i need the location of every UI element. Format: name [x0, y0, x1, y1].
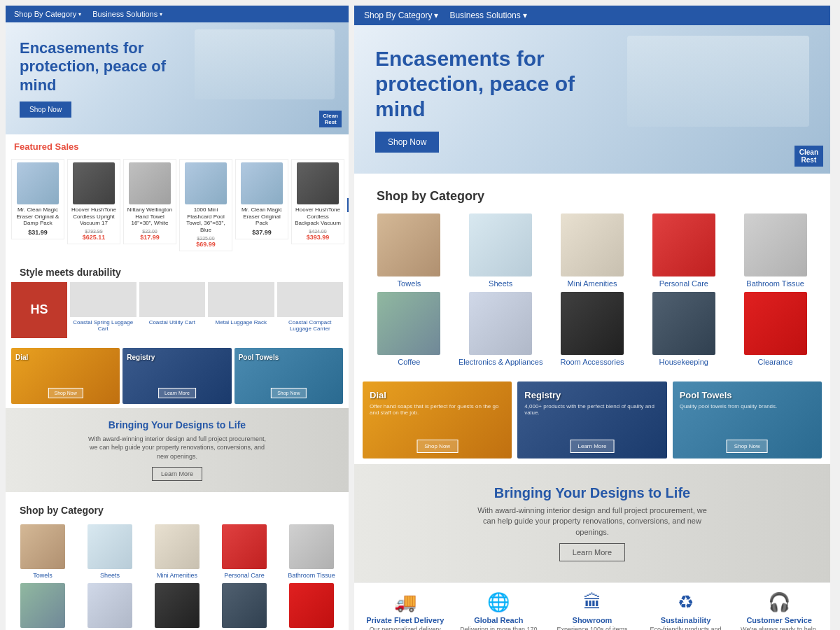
style-img-3 [277, 282, 344, 317]
cat-img-electronics [88, 583, 132, 628]
right-hero-shop-now-button[interactable]: Shop Now [375, 132, 439, 153]
cat-tissue-right[interactable]: Bathroom Tissue [732, 214, 819, 288]
business-solutions-nav[interactable]: Business Solutions ▾ [92, 10, 162, 18]
style-grid: HS Coastal Spring Luggage Cart Coastal U… [11, 282, 343, 338]
product-image-4 [241, 162, 283, 204]
category-grid-right: Towels Sheets Mini Amenities Personal Ca… [365, 209, 819, 370]
promo-towels-btn[interactable]: Shop Now [271, 388, 306, 398]
design-title-r: Bringing Your Designs to Life [368, 485, 816, 501]
business-solutions-label: Business Solutions [92, 10, 158, 18]
cat-personal-left[interactable]: Personal Care [213, 524, 276, 579]
product-card-4[interactable]: Mr. Clean Magic Eraser Original Pack $37… [235, 159, 288, 239]
design-section-right: Bringing Your Designs to Life With award… [354, 464, 830, 582]
cat-towels-left[interactable]: Towels [11, 524, 74, 579]
promo-registry-right: Registry 4,000+ products with the perfec… [517, 382, 666, 458]
product-card-5[interactable]: Hoover HushTone Cordless Backpack Vacuum… [291, 159, 344, 244]
cat-clearance-left[interactable]: Clearance [280, 583, 343, 630]
promo-dial-right: Dial Offer hand soaps that is perfect fo… [363, 382, 512, 458]
cat-img-clearance-r [744, 292, 807, 355]
cat-room-right[interactable]: Room Accessories [549, 292, 636, 366]
right-shop-by-category-nav[interactable]: Shop By Category ▾ [364, 10, 438, 20]
feature-showroom-desc: Experience 100s of items firsthand. [547, 626, 638, 630]
cat-sheets-right[interactable]: Sheets [457, 214, 545, 288]
promo-registry-title-r: Registry [517, 382, 666, 403]
product-price-3: $69.99 [183, 241, 229, 248]
featured-sales-scroll[interactable]: Mr. Clean Magic Eraser Original & Damp P… [6, 156, 349, 253]
shop-category-chevron-icon: ▾ [78, 11, 81, 18]
cat-towels-right[interactable]: Towels [365, 214, 453, 288]
promo-towels: Pool Towels Shop Now [234, 348, 343, 404]
cat-clearance-right[interactable]: Clearance [732, 292, 819, 366]
cat-img-coffee-r [377, 292, 440, 355]
cat-coffee-right[interactable]: Coffee [365, 292, 453, 366]
cat-img-housekeeping-r [652, 292, 715, 355]
cat-label-personal: Personal Care [213, 572, 276, 579]
style-item-0[interactable]: Coastal Spring Luggage Cart [70, 282, 136, 332]
category-title-left: Shop by Category [11, 498, 343, 520]
cat-room-left[interactable]: Room Accessories [146, 583, 209, 630]
cat-img-personal [222, 524, 267, 569]
cat-coffee-left[interactable]: Coffee [11, 583, 74, 630]
global-icon: 🌐 [454, 592, 545, 613]
promo-registry-btn[interactable]: Learn More [158, 388, 196, 398]
product-card-1[interactable]: Hoover HushTone Cordless Upright Vacuum … [67, 159, 120, 244]
cat-label-coffee-r: Coffee [365, 358, 453, 366]
hero-shop-now-button[interactable]: Shop Now [20, 102, 71, 118]
style-title: Style meets durability [11, 260, 343, 282]
promo-towels-title: Pool Towels [234, 348, 343, 363]
cat-electronics-left[interactable]: Electronics & Appliances [78, 583, 141, 630]
product-image-2 [129, 162, 171, 204]
cat-label-electronics-r: Electronics & Appliances [457, 358, 545, 366]
scroll-right-button[interactable]: › [347, 198, 349, 212]
product-card-2[interactable]: Nittany Wellington Hand Towel 16"×30", W… [123, 159, 176, 244]
showroom-icon: 🏛 [547, 592, 638, 613]
promo-dial-btn[interactable]: Shop Now [48, 388, 83, 398]
style-section: Style meets durability HS Coastal Spring… [6, 254, 349, 344]
right-hero-bed-image [627, 36, 809, 127]
right-panel: Shop By Category ▾ Business Solutions ▾ … [354, 6, 830, 630]
design-learn-more-btn-r[interactable]: Learn More [559, 543, 625, 561]
product-old-price-1: $793.99 [71, 229, 117, 234]
cat-personal-right[interactable]: Personal Care [640, 214, 727, 288]
category-section-left: Shop by Category Towels Sheets Mini Amen… [6, 492, 349, 630]
style-item-3[interactable]: Coastal Compact Luggage Carrier [277, 282, 344, 332]
cat-amenities-left[interactable]: Mini Amenities [146, 524, 209, 579]
right-business-solutions-nav[interactable]: Business Solutions ▾ [449, 10, 526, 20]
cat-label-sheets-r: Sheets [457, 279, 545, 288]
style-img-0 [70, 282, 136, 317]
cat-label-amenities: Mini Amenities [146, 572, 209, 579]
right-business-chevron-icon: ▾ [523, 10, 527, 20]
cat-label-housekeeping-r: Housekeeping [640, 358, 727, 366]
cat-img-room [155, 583, 200, 628]
cat-housekeeping-right[interactable]: Housekeeping [640, 292, 727, 366]
cat-tissue-left[interactable]: Bathroom Tissue [280, 524, 343, 579]
cat-img-clearance [289, 583, 334, 628]
hs-logo: HS [11, 282, 67, 338]
cat-label-tissue-r: Bathroom Tissue [732, 279, 819, 288]
feature-showroom: 🏛 Showroom Experience 100s of items firs… [547, 592, 638, 630]
shop-by-category-label: Shop By Category [14, 10, 76, 18]
product-card-0[interactable]: Mr. Clean Magic Eraser Original & Damp P… [11, 159, 64, 239]
product-name-4: Mr. Clean Magic Eraser Original Pack [239, 206, 285, 227]
cat-electronics-right[interactable]: Electronics & Appliances [457, 292, 545, 366]
cat-label-amenities-r: Mini Amenities [549, 279, 636, 288]
promo-dial-btn-r[interactable]: Shop Now [416, 440, 458, 453]
cat-amenities-right[interactable]: Mini Amenities [549, 214, 636, 288]
style-item-1[interactable]: Coastal Utility Cart [139, 282, 206, 326]
product-price-4: $37.99 [239, 229, 285, 236]
cat-housekeeping-left[interactable]: Housekeeping [213, 583, 276, 630]
design-learn-more-btn[interactable]: Learn More [152, 467, 202, 481]
promo-towels-btn-r[interactable]: Shop Now [727, 440, 768, 453]
feature-showroom-title: Showroom [547, 616, 638, 624]
promo-registry-btn-r[interactable]: Learn More [570, 440, 615, 453]
cat-sheets-left[interactable]: Sheets [78, 524, 141, 579]
product-card-3[interactable]: 1000 Mini Flashcard Pool Towel, 36"×63",… [179, 159, 232, 251]
cat-img-tissue [289, 524, 334, 569]
shop-by-category-nav[interactable]: Shop By Category ▾ [14, 10, 81, 18]
promo-dial-text-r: Offer hand soaps that is perfect for gue… [363, 403, 512, 416]
promo-row-right: Dial Offer hand soaps that is perfect fo… [354, 376, 830, 464]
style-img-2 [208, 282, 274, 317]
style-item-2[interactable]: Metal Luggage Rack [208, 282, 274, 326]
category-section-right: Shop by Category Towels Sheets Mini Amen… [354, 174, 830, 376]
category-grid-left: Towels Sheets Mini Amenities Personal Ca… [11, 520, 343, 630]
